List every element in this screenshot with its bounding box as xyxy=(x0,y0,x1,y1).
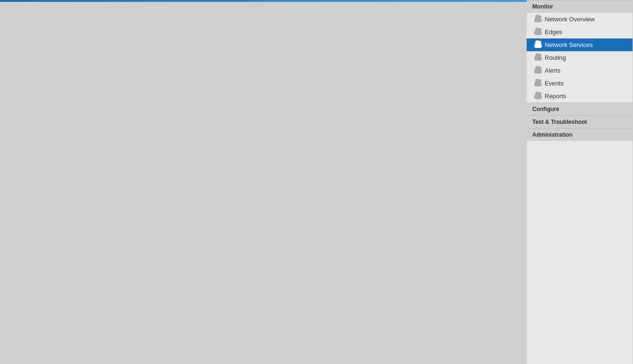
sidebar-item-label: Alerts xyxy=(545,67,560,74)
cloud-icon xyxy=(534,29,542,35)
sidebar-item-label: Edges xyxy=(545,28,562,36)
sidebar-item-routing[interactable]: Routing xyxy=(527,51,633,64)
sidebar-item-network-overview[interactable]: Network Overview xyxy=(527,13,633,26)
sidebar-item-label: Events xyxy=(545,80,564,87)
sidebar-item-label: Reports xyxy=(545,93,567,100)
sidebar-section-admin: Administration xyxy=(527,128,633,141)
sidebar-section-monitor: Monitor xyxy=(527,0,633,13)
sidebar-item-alerts[interactable]: Alerts xyxy=(527,64,633,77)
sidebar-item-reports[interactable]: Reports xyxy=(527,90,633,103)
sidebar-section-configure: Configure xyxy=(527,103,633,115)
sidebar-item-label: Network Overview xyxy=(545,16,595,23)
sidebar: Monitor Network Overview Edges Network S… xyxy=(527,0,633,364)
sidebar-item-events[interactable]: Events xyxy=(527,77,633,90)
sidebar-item-label: Network Services xyxy=(545,41,593,48)
cloud-icon xyxy=(534,68,542,74)
sidebar-item-edges[interactable]: Edges xyxy=(527,26,633,38)
cloud-icon xyxy=(534,17,542,22)
cloud-icon xyxy=(534,42,542,48)
sidebar-section-test: Test & Troubleshoot xyxy=(527,115,633,128)
top-progress-bar xyxy=(0,0,527,2)
cloud-icon xyxy=(534,55,542,61)
cloud-icon xyxy=(534,93,542,99)
sidebar-item-label: Routing xyxy=(545,54,566,61)
sidebar-item-network-services[interactable]: Network Services xyxy=(527,38,633,51)
cloud-icon xyxy=(534,81,542,86)
